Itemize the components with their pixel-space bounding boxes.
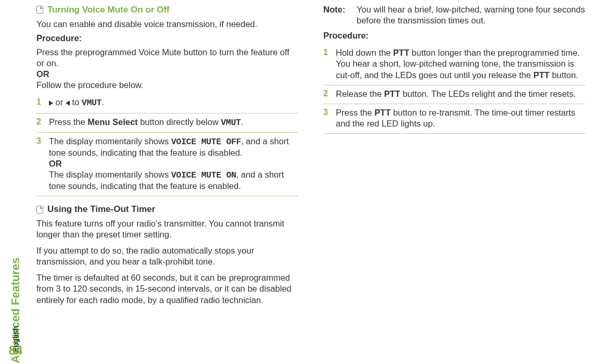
steps-list: 1 or to VMUT. 2 Press the Menu Select bu…	[36, 94, 298, 196]
section-heading: Using the Time-Out Timer	[36, 204, 298, 215]
step-text: Hold down the	[336, 48, 393, 57]
step-text: Press the	[49, 117, 87, 127]
procedure-pre-a: Press the preprogrammed Voice Mute butto…	[36, 47, 298, 69]
body-text: If you attempt to do so, the radio autom…	[36, 245, 298, 267]
button-name: PTT	[384, 89, 400, 98]
button-name: Menu Select	[87, 117, 137, 127]
step-text: The display momentarily shows	[49, 136, 171, 146]
note-body: You will hear a brief, low-pitched, warn…	[357, 4, 585, 26]
step-item: 2 Press the Menu Select button directly …	[36, 114, 298, 133]
procedure-pre-b: Follow the procedure below.	[36, 80, 298, 91]
or-label: OR	[49, 159, 62, 168]
right-arrow-icon	[49, 101, 53, 106]
body-text: The timer is defaulted at 60 seconds, bu…	[36, 272, 298, 305]
step-text: Release the	[336, 89, 384, 98]
button-name: PTT	[533, 70, 549, 80]
step-number: 3	[36, 136, 41, 146]
step-text: Press the	[336, 108, 374, 117]
page-number: 84	[9, 343, 23, 358]
step-number: 2	[323, 89, 328, 99]
step-item: 3 The display momentarily shows VOICE MU…	[36, 133, 298, 197]
step-text: to	[70, 97, 82, 107]
section-title: Using the Time-Out Timer	[47, 204, 155, 215]
display-text: VMUT	[82, 98, 102, 108]
step-item: 1 Hold down the PTT button longer than t…	[323, 44, 585, 85]
step-item: 1 or to VMUT.	[36, 94, 298, 113]
step-text: button. The LEDs relight and the timer r…	[400, 89, 576, 98]
step-number: 1	[323, 47, 328, 58]
procedure-label: Procedure:	[323, 30, 585, 41]
step-item: 3 Press the PTT button to re-transmit. T…	[323, 104, 585, 134]
document-icon	[36, 6, 43, 14]
left-column: Turning Voice Mute On or Off You can ena…	[36, 4, 298, 354]
document-icon	[36, 206, 43, 214]
intro-text: You can enable and disable voice transmi…	[36, 19, 298, 30]
step-text: button.	[550, 70, 578, 80]
display-text: VMUT	[221, 118, 241, 128]
left-arrow-icon	[66, 101, 70, 106]
section-title: Turning Voice Mute On or Off	[47, 4, 170, 16]
step-text: The display momentarily shows	[49, 170, 171, 179]
section-heading: Turning Voice Mute On or Off	[36, 4, 298, 16]
step-text: button directly below	[138, 117, 221, 127]
step-text: .	[102, 97, 104, 107]
page: Advanced Features English 84 Turning Voi…	[0, 0, 606, 364]
note-label: Note:	[323, 4, 351, 26]
display-text: VOICE MUTE ON	[171, 170, 236, 180]
step-text: or	[53, 97, 66, 107]
step-item: 2 Release the PTT button. The LEDs relig…	[323, 85, 585, 104]
step-text: .	[241, 117, 244, 127]
right-column: Note: You will hear a brief, low-pitched…	[323, 4, 585, 354]
button-name: PTT	[374, 108, 390, 117]
or-label: OR	[36, 69, 298, 80]
step-number: 3	[323, 107, 328, 118]
body-text: This feature turns off your radio's tran…	[36, 218, 298, 240]
step-number: 1	[36, 97, 41, 107]
procedure-label: Procedure:	[36, 33, 298, 44]
steps-list: 1 Hold down the PTT button longer than t…	[323, 44, 585, 134]
content-columns: Turning Voice Mute On or Off You can ena…	[31, 0, 606, 364]
display-text: VOICE MUTE OFF	[171, 137, 241, 147]
spine: Advanced Features English 84	[0, 0, 31, 364]
note: Note: You will hear a brief, low-pitched…	[323, 4, 585, 26]
button-name: PTT	[393, 48, 409, 57]
step-number: 2	[36, 117, 41, 127]
